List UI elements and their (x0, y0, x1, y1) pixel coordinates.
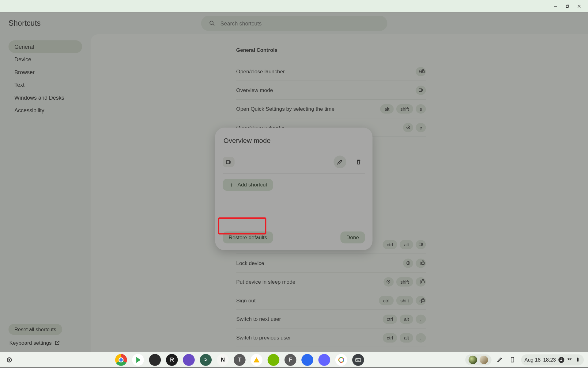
taskbar-app-app-ring[interactable] (335, 354, 347, 366)
phone-icon (509, 357, 516, 363)
taskbar: R>NTF Aug 18 18:23 4 (0, 352, 588, 367)
wifi-icon (567, 357, 572, 362)
taskbar-app-app-r[interactable]: R (166, 354, 178, 366)
tray-avatar-pill[interactable] (465, 354, 492, 365)
close-button[interactable] (576, 3, 582, 9)
user-avatar (469, 355, 477, 364)
taskbar-app-app-purple[interactable] (183, 354, 195, 366)
battery-icon (575, 357, 580, 362)
restore-button[interactable] (564, 3, 570, 9)
taskbar-app-app-blue[interactable] (302, 354, 314, 366)
keyboard-icon (355, 356, 362, 363)
taskbar-app-terminal[interactable]: > (200, 354, 212, 366)
taskbar-app-mastodon[interactable] (318, 354, 330, 366)
stylus-button[interactable] (496, 355, 504, 364)
window-titlebar (0, 0, 588, 12)
phone-hub-button[interactable] (508, 355, 517, 364)
taskbar-app-app-a[interactable] (149, 354, 161, 366)
taskbar-app-notion[interactable]: N (217, 354, 229, 366)
tray-date: Aug 18 (525, 357, 541, 362)
svg-rect-22 (577, 358, 578, 358)
taskbar-app-app-f[interactable]: F (285, 354, 297, 366)
status-tray[interactable]: Aug 18 18:23 4 (521, 354, 584, 365)
pencil-icon (497, 357, 503, 363)
taskbar-app-app-t[interactable]: T (234, 354, 246, 366)
launcher-button[interactable] (4, 355, 14, 365)
svg-rect-21 (577, 358, 579, 362)
taskbar-app-chrome[interactable] (115, 354, 127, 366)
modal-scrim[interactable] (0, 12, 588, 352)
user-avatar-2 (480, 355, 488, 364)
taskbar-app-drive[interactable] (251, 354, 263, 366)
tray-time: 18:23 (543, 357, 556, 362)
svg-rect-19 (356, 358, 361, 361)
svg-rect-20 (511, 357, 514, 362)
taskbar-app-play[interactable] (132, 354, 144, 366)
launcher-icon (7, 357, 12, 362)
minimize-button[interactable] (552, 3, 558, 9)
taskbar-app-nvidia[interactable] (268, 354, 280, 366)
taskbar-app-keyboard[interactable] (352, 354, 364, 366)
notification-badge: 4 (558, 357, 564, 362)
